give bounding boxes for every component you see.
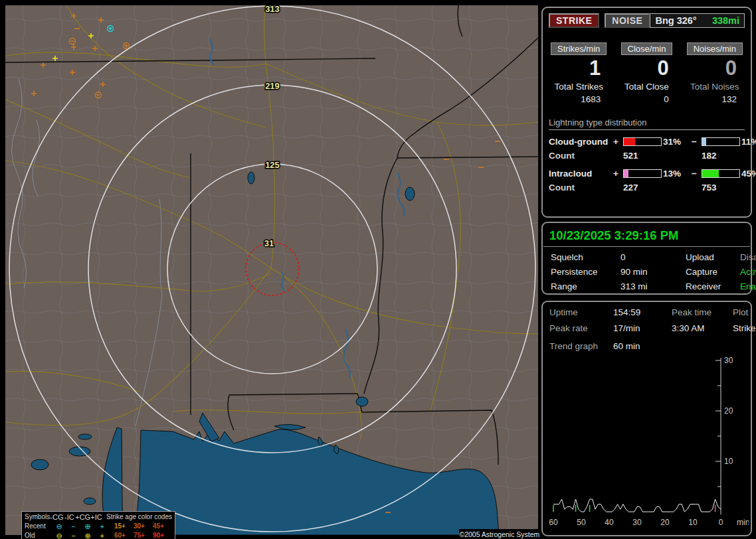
cg-negative-pct: 11% [741,137,756,147]
trend-y-tick-labels: 30 20 10 [724,356,733,466]
divider [543,246,750,247]
total-strikes-label: Total Strikes [549,82,609,92]
plus-icon: + [95,522,110,531]
circle-plus-icon: ⊕ [80,522,95,531]
strike-mode-button[interactable]: STRIKE [549,13,599,28]
legend-col-neg-cg: -CG [50,512,63,522]
cg-positive-bar [623,137,662,146]
plus-sign: + [613,137,623,147]
datetime-display: 10/23/2025 3:29:16 PM [543,226,751,246]
persistence-value: 90 min [620,267,686,277]
cloud-ground-label: Cloud-ground [549,137,613,147]
ring-label-31: 31 [264,238,274,248]
ic-positive-pct: 13% [663,169,692,179]
noises-per-min-header: Noises/min [687,42,743,55]
uptime-value: 154:59 [613,307,672,317]
legend-recent-label: Recent [25,522,52,531]
capture-value: Active [740,267,756,277]
trend-panel: Uptime 154:59 Peak time Plot Peak rate 1… [541,301,752,536]
age-75: 75+ [134,531,153,539]
close-per-min-value: 0 [616,56,676,80]
x-tick-40: 40 [605,518,614,527]
persistence-label: Persistence [551,267,620,277]
x-tick-20: 20 [660,518,670,527]
x-axis-unit: min [737,518,749,527]
legend-age-title: Strike age color codes [106,512,172,522]
total-noises-value: 132 [685,94,745,104]
total-noises-label: Total Noises [685,82,745,92]
cg-positive-pct: 31% [663,137,692,147]
peak-rate-label: Peak rate [549,323,613,333]
ring-label-125: 125 [265,160,280,170]
intracloud-row: Intracloud + 13% − 45% [549,169,745,179]
circle-minus-icon: ⊖ [52,522,66,531]
legend-header-row: Symbols -CG -IC +CG +IC Strike age color… [25,512,172,522]
ic-positive-count: 227 [623,183,663,193]
upload-label: Upload [686,252,740,262]
ic-positive-bar [623,169,662,178]
noises-column: Noises/min 0 Total Noises 132 [685,42,745,104]
age-60: 60+ [114,531,134,539]
total-close-value: 0 [616,94,676,104]
peak-rate-value: 17/min [613,323,672,333]
x-tick-10: 10 [688,518,698,527]
status-sidebar: STRIKE NOISE Bng 326° 338mi Strikes/min … [539,0,756,539]
x-tick-50: 50 [577,518,586,527]
minus-sign: − [692,137,702,147]
noise-mode-button[interactable]: NOISE [605,13,650,28]
range-label: Range [551,281,620,291]
legend-old-label: Old [25,531,52,539]
capture-label: Capture [686,267,740,277]
y-tick-20: 20 [724,406,733,416]
cloud-ground-count-row: Count 521 182 [549,151,745,161]
age-30: 30+ [134,522,153,531]
strike-map[interactable]: 313 219 125 31 Symbols -CG -IC +CG +IC S… [5,5,538,535]
plus-icon: + [95,531,110,539]
ic-negative-pct: 45% [741,169,756,179]
total-close-label: Total Close [616,82,676,92]
count-label: Count [549,151,613,161]
squelch-label: Squelch [551,252,620,262]
map-legend: Symbols -CG -IC +CG +IC Strike age color… [21,511,175,539]
y-tick-30: 30 [724,356,733,365]
upload-value: Disabled [740,252,756,262]
circle-plus-icon: ⊕ [80,531,95,539]
bearing-readout: Bng 326° 338mi [650,13,745,28]
strikes-per-min-value: 1 [549,56,609,80]
noises-per-min-value: 0 [685,56,745,80]
trend-line [553,499,721,512]
legend-col-pos-ic: +IC [90,512,102,522]
ring-label-313: 313 [265,5,280,14]
x-tick-30: 30 [632,518,642,527]
cg-negative-bar [702,137,740,146]
legend-old-row: Old ⊖ − ⊕ + 60+ 75+ 90+ [25,531,172,539]
trend-graph: 30 20 10 60 50 40 30 20 10 0 min [549,355,749,529]
strikes-per-min-header: Strikes/min [551,42,607,55]
strikes-column: Strikes/min 1 Total Strikes 1683 [549,42,609,104]
circle-minus-icon: ⊖ [52,531,66,539]
age-90: 90+ [153,531,172,539]
peak-time-label: Peak time [672,307,733,317]
close-per-min-header: Close/min [621,42,673,55]
legend-col-pos-cg: +CG [75,512,90,522]
ic-negative-bar [702,169,740,178]
intracloud-count-row: Count 227 753 [549,183,745,193]
ic-negative-count: 753 [702,183,741,193]
age-45: 45+ [153,522,172,531]
y-tick-10: 10 [724,457,733,466]
plot-label: Plot [733,307,756,317]
x-tick-0: 0 [719,518,723,527]
minus-icon: − [66,531,81,539]
total-strikes-value: 1683 [549,94,609,104]
receiver-value: Enabled [740,281,756,291]
intracloud-label: Intracloud [549,169,613,179]
bearing-distance: 338mi [712,15,739,26]
x-tick-60: 60 [549,518,558,527]
legend-col-neg-ic: -IC [64,512,76,522]
trend-x-tick-labels: 60 50 40 30 20 10 0 min [549,518,749,527]
copyright-text: ©2005 Astrogenic Systems [459,529,543,539]
age-15: 15+ [114,522,134,531]
trend-graph-label: Trend graph [549,341,613,351]
plot-value: Strike [733,323,756,333]
minus-icon: − [66,522,81,531]
